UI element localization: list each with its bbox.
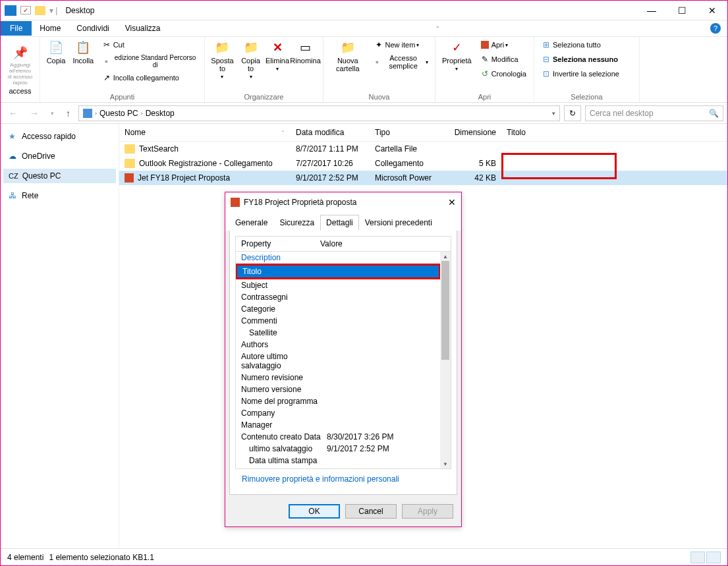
col-title[interactable]: Titolo [501, 124, 727, 141]
dialog-tab-general[interactable]: Generale [229, 215, 273, 231]
prop-row[interactable]: Company [236, 407, 440, 419]
col-type[interactable]: Tipo [370, 124, 449, 141]
prop-row[interactable]: Numero versione [236, 383, 440, 395]
help-icon[interactable]: ? [710, 23, 721, 34]
prop-row[interactable]: Numero revisione [236, 372, 440, 383]
dialog-tab-security[interactable]: Sicurezza [273, 215, 320, 231]
prop-row[interactable]: Manager [236, 419, 440, 431]
crumb-desktop[interactable]: Desktop [146, 109, 175, 118]
prop-value [327, 468, 435, 469]
close-button[interactable]: ✕ [697, 1, 727, 20]
select-none-button[interactable]: ⊟Seleziona nessuno [538, 53, 622, 66]
move-to-button[interactable]: 📁Sposta to▾ [209, 38, 236, 81]
file-row[interactable]: TextSearch8/7/2017 1:11 PMCartella File [119, 142, 727, 156]
easy-access-button[interactable]: ▫Accesso semplice▾ [371, 53, 431, 71]
rename-button[interactable]: ▭Rinomina [292, 38, 319, 66]
prop-row[interactable]: Tempo totale modifica [236, 467, 440, 469]
sort-icon: ⌃ [281, 130, 285, 136]
prop-row[interactable]: ultimo salvataggio9/1/2017 2:52 PM [236, 443, 440, 455]
tab-share[interactable]: Condividi [69, 21, 117, 36]
breadcrumb[interactable]: › Questo PC › Desktop ▾ [78, 105, 560, 121]
dialog-close-button[interactable]: ✕ [448, 197, 456, 208]
tab-view[interactable]: Visualizza [117, 21, 169, 36]
sidebar-item-quick-access[interactable]: ★ Accesso rapido [3, 129, 116, 144]
view-icons-button[interactable] [706, 552, 721, 563]
invert-selection-button[interactable]: ⊡Invertire la selezione [538, 67, 622, 80]
prop-row[interactable]: Subject [236, 279, 440, 291]
prop-row[interactable]: Contenuto creato Data8/30/2017 3:26 PM [236, 431, 440, 443]
scroll-up-icon[interactable]: ▲ [440, 252, 451, 261]
prop-header-property[interactable]: Property [236, 237, 315, 251]
prop-row[interactable]: Commenti [236, 315, 440, 327]
history-button[interactable]: ↺Cronologia [477, 67, 529, 80]
forward-button[interactable]: → [26, 108, 43, 119]
new-item-button[interactable]: ✦New item▾ [371, 38, 431, 51]
prop-value [327, 328, 435, 337]
ribbon-group-clipboard: Appunti [44, 93, 200, 101]
properties-button[interactable]: ✓Proprietà▾ [439, 38, 474, 73]
sidebar-item-onedrive[interactable]: ☁ OneDrive [3, 149, 116, 163]
file-row[interactable]: Jet FY18 Project Proposta9/1/2017 2:52 P… [119, 171, 727, 185]
dialog-tab-details[interactable]: Dettagli [320, 215, 359, 231]
file-tab[interactable]: File [1, 21, 32, 36]
scrollbar[interactable]: ▲ ▼ [440, 252, 451, 468]
up-button[interactable]: ↑ [62, 108, 74, 119]
ok-button[interactable]: OK [289, 504, 340, 519]
prop-header-value[interactable]: Valore [315, 237, 451, 251]
prop-row[interactable]: Titolo [235, 264, 441, 279]
open-button[interactable]: Apri▾ [477, 38, 529, 51]
col-date[interactable]: Data modifica [291, 124, 370, 141]
breadcrumb-dropdown-icon[interactable]: ▾ [552, 110, 555, 117]
history-dropdown[interactable]: ▾ [47, 110, 58, 117]
collapse-ribbon-icon[interactable]: ⌃ [435, 25, 440, 32]
sidebar-item-network[interactable]: 🖧 Rete [3, 188, 116, 203]
ribbon-group-new: Nuova [327, 93, 431, 101]
prop-row[interactable]: Authors [236, 339, 440, 351]
prop-name: ultimo salvataggio [241, 444, 327, 453]
new-folder-button[interactable]: 📁Nuova cartella [327, 38, 368, 74]
scroll-thumb[interactable] [441, 261, 449, 360]
col-size[interactable]: Dimensione [449, 124, 501, 141]
dialog-title-text: FY18 Project Proprietà proposta [244, 198, 356, 207]
prop-row[interactable]: Description [236, 252, 440, 264]
copy-button[interactable]: 📄Copia [44, 38, 68, 66]
chevron-right-icon: › [141, 110, 143, 117]
copy-path-button[interactable]: ▫edizione Standard Percorso di [99, 53, 200, 70]
back-button[interactable]: ← [5, 108, 22, 119]
prop-name: Subject [241, 281, 327, 290]
remove-properties-link[interactable]: Rimuovere proprietà e informazioni perso… [235, 469, 451, 489]
refresh-button[interactable]: ↻ [564, 105, 581, 121]
view-details-button[interactable] [690, 552, 705, 563]
qat-check-icon[interactable]: ✓ [20, 6, 31, 14]
file-row[interactable]: Outlook Registrazione - Collegamento7/27… [119, 156, 727, 171]
cancel-button[interactable]: Cancel [345, 504, 397, 519]
file-type: Microsoft Power [370, 171, 449, 185]
dialog-tab-versions[interactable]: Versioni precedenti [359, 215, 438, 231]
col-name[interactable]: Nome⌃ [119, 124, 291, 141]
select-all-button[interactable]: ⊞Seleziona tutto [538, 38, 622, 51]
prop-row[interactable]: Satellite [236, 327, 440, 339]
apply-button[interactable]: Apply [402, 504, 453, 519]
delete-button[interactable]: ✕Elimina▾ [266, 38, 289, 73]
newfolder-icon: 📁 [340, 40, 356, 55]
search-input[interactable]: Cerca nel desktop 🔍 [585, 105, 723, 121]
prop-row[interactable]: Autore ultimo salvataggio [236, 351, 440, 372]
cut-button[interactable]: ✂Cut [99, 38, 200, 51]
tab-home[interactable]: Home [32, 21, 69, 36]
paste-button[interactable]: 📋Incolla [70, 38, 96, 66]
prop-row[interactable]: Categorie [236, 303, 440, 315]
copy-to-button[interactable]: 📁Copia to▾ [238, 38, 263, 81]
paste-shortcut-button[interactable]: ↗Incolla collegamento [99, 71, 200, 84]
scroll-down-icon[interactable]: ▼ [440, 459, 451, 468]
sidebar-item-this-pc[interactable]: CZ Questo PC [3, 169, 116, 183]
pin-access-button[interactable]: 📌 Aggiungi all'elenco di accesso rapido … [5, 43, 36, 96]
minimize-button[interactable]: — [636, 1, 667, 20]
file-size [449, 142, 501, 156]
edit-button[interactable]: ✎Modifica [477, 53, 529, 66]
prop-value [327, 352, 435, 370]
prop-row[interactable]: Contrassegni [236, 291, 440, 303]
maximize-button[interactable]: ☐ [667, 1, 697, 20]
crumb-pc[interactable]: Questo PC [99, 109, 138, 118]
prop-row[interactable]: Data ultima stampa [236, 455, 440, 467]
prop-row[interactable]: Nome del programma [236, 395, 440, 407]
